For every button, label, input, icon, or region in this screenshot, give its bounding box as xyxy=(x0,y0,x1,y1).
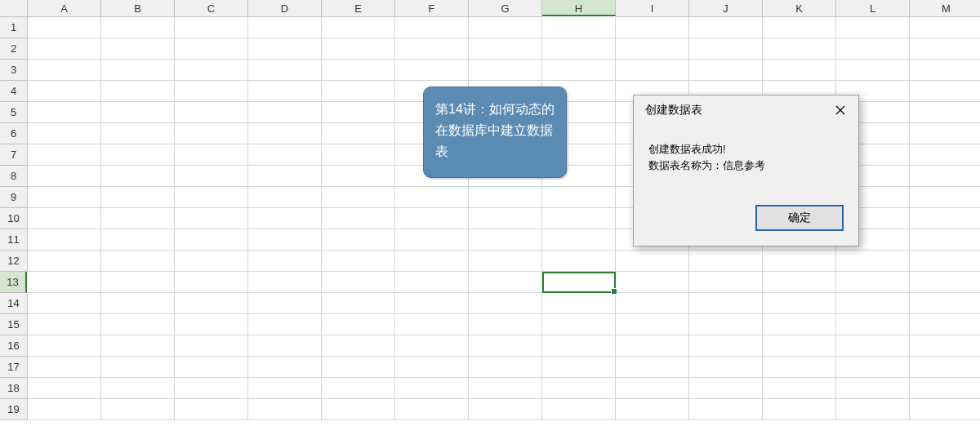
cell[interactable] xyxy=(836,357,910,378)
cell[interactable] xyxy=(101,272,175,293)
cell[interactable] xyxy=(28,144,101,166)
row-header[interactable]: 7 xyxy=(0,144,28,166)
cell[interactable] xyxy=(28,166,101,187)
column-header[interactable]: M xyxy=(910,0,980,17)
row-header[interactable]: 5 xyxy=(0,102,28,123)
cell[interactable] xyxy=(542,314,616,335)
cell[interactable] xyxy=(101,166,175,187)
cell[interactable] xyxy=(910,81,980,102)
cell[interactable] xyxy=(616,357,689,378)
close-icon[interactable] xyxy=(831,100,850,120)
cell[interactable] xyxy=(28,60,101,81)
cell[interactable] xyxy=(248,38,322,60)
cell[interactable] xyxy=(248,102,322,123)
cell[interactable] xyxy=(542,60,616,81)
cell[interactable] xyxy=(28,272,101,293)
column-header[interactable]: A xyxy=(28,0,101,17)
cell[interactable] xyxy=(469,229,542,251)
cell[interactable] xyxy=(175,60,248,81)
cell[interactable] xyxy=(910,251,980,272)
cell[interactable] xyxy=(322,293,395,314)
cell[interactable] xyxy=(836,293,910,314)
column-header[interactable]: J xyxy=(689,0,763,17)
column-header[interactable]: I xyxy=(616,0,689,17)
cell[interactable] xyxy=(836,38,910,60)
cell[interactable] xyxy=(395,229,469,251)
cell[interactable] xyxy=(101,357,175,378)
cell[interactable] xyxy=(175,187,248,208)
cell[interactable] xyxy=(248,272,322,293)
column-header[interactable]: D xyxy=(248,0,322,17)
cell[interactable] xyxy=(248,229,322,251)
cell[interactable] xyxy=(322,251,395,272)
row-header[interactable]: 1 xyxy=(0,17,28,38)
row-header[interactable]: 15 xyxy=(0,314,28,335)
column-header[interactable]: G xyxy=(469,0,542,17)
cell[interactable] xyxy=(910,102,980,123)
cell[interactable] xyxy=(248,378,322,399)
cell[interactable] xyxy=(910,229,980,251)
cell[interactable] xyxy=(689,378,763,399)
cell[interactable] xyxy=(101,378,175,399)
cell[interactable] xyxy=(469,357,542,378)
cell[interactable] xyxy=(910,399,980,420)
cell[interactable] xyxy=(836,314,910,335)
cell[interactable] xyxy=(395,187,469,208)
cell[interactable] xyxy=(322,229,395,251)
cell[interactable] xyxy=(910,335,980,357)
cell[interactable] xyxy=(469,60,542,81)
row-header[interactable]: 14 xyxy=(0,293,28,314)
column-header[interactable]: E xyxy=(322,0,395,17)
cell[interactable] xyxy=(395,378,469,399)
cell[interactable] xyxy=(763,38,836,60)
select-all-corner[interactable] xyxy=(0,0,28,17)
cell[interactable] xyxy=(689,38,763,60)
cell[interactable] xyxy=(322,208,395,229)
column-header[interactable]: L xyxy=(836,0,910,17)
column-header[interactable]: F xyxy=(395,0,469,17)
cell[interactable] xyxy=(175,144,248,166)
cell[interactable] xyxy=(248,335,322,357)
cell[interactable] xyxy=(763,335,836,357)
column-header[interactable]: C xyxy=(175,0,248,17)
cell[interactable] xyxy=(616,60,689,81)
cell[interactable] xyxy=(469,399,542,420)
cell[interactable] xyxy=(542,399,616,420)
cell[interactable] xyxy=(175,378,248,399)
row-header[interactable]: 3 xyxy=(0,60,28,81)
cell[interactable] xyxy=(248,17,322,38)
ok-button[interactable]: 确定 xyxy=(755,205,844,231)
cell[interactable] xyxy=(175,314,248,335)
cell[interactable] xyxy=(910,166,980,187)
cell[interactable] xyxy=(175,272,248,293)
cell[interactable] xyxy=(101,293,175,314)
cell[interactable] xyxy=(910,272,980,293)
cell[interactable] xyxy=(101,229,175,251)
cell[interactable] xyxy=(101,208,175,229)
cell[interactable] xyxy=(395,335,469,357)
row-header[interactable]: 8 xyxy=(0,166,28,187)
cell[interactable] xyxy=(689,272,763,293)
cell[interactable] xyxy=(395,314,469,335)
cell[interactable] xyxy=(469,251,542,272)
cell[interactable] xyxy=(836,335,910,357)
cell[interactable] xyxy=(175,81,248,102)
cell[interactable] xyxy=(395,251,469,272)
cell[interactable] xyxy=(175,335,248,357)
cell[interactable] xyxy=(910,187,980,208)
cell[interactable] xyxy=(322,187,395,208)
row-header[interactable]: 12 xyxy=(0,251,28,272)
cell[interactable] xyxy=(101,335,175,357)
cell[interactable] xyxy=(910,123,980,144)
row-header[interactable]: 16 xyxy=(0,335,28,357)
cell[interactable] xyxy=(763,251,836,272)
cell[interactable] xyxy=(763,272,836,293)
cell[interactable] xyxy=(248,208,322,229)
cell[interactable] xyxy=(248,81,322,102)
cell[interactable] xyxy=(322,335,395,357)
cell[interactable] xyxy=(28,187,101,208)
cell[interactable] xyxy=(395,60,469,81)
cell[interactable] xyxy=(248,60,322,81)
cell[interactable] xyxy=(910,60,980,81)
cell[interactable] xyxy=(28,314,101,335)
